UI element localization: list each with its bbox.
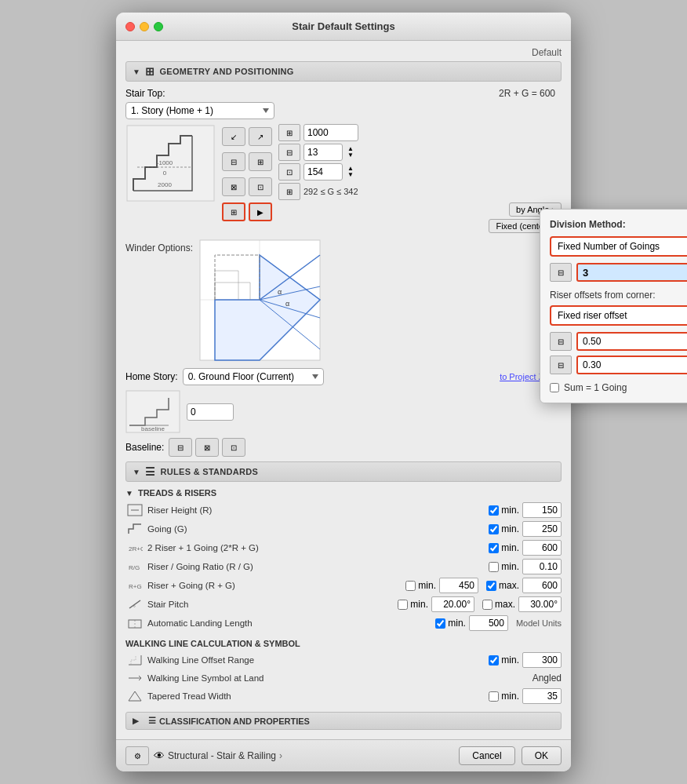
going-min-checkbox[interactable]: [489, 524, 499, 534]
going-2-input[interactable]: [576, 356, 687, 374]
treads-risers-title: TREADS & RISERS: [138, 488, 216, 498]
pitch-max-check[interactable]: max.: [482, 599, 515, 610]
rg-min-input[interactable]: [439, 578, 478, 593]
going-min-input[interactable]: [522, 521, 562, 537]
riser-offset-label: Riser offsets from corner:: [550, 290, 687, 301]
nav-btn-stairs-left[interactable]: ⊟: [222, 152, 245, 171]
rg-min-checkbox[interactable]: [405, 581, 416, 591]
walking-offset-checkbox[interactable]: [489, 655, 499, 665]
2rg-label: 2 Riser + 1 Going (2*R + G): [147, 543, 485, 552]
structural-arrow[interactable]: ›: [279, 750, 282, 761]
pitch-icon: °: [125, 597, 144, 611]
nav-btn-winder-left[interactable]: ⊞: [222, 202, 245, 221]
collapse-icon[interactable]: ▼: [133, 67, 140, 76]
stepper-down-154[interactable]: ▼: [347, 172, 354, 178]
winder-diagram-container: α α: [199, 239, 321, 363]
rg-max-check[interactable]: max.: [486, 580, 519, 591]
2rg-min-input[interactable]: [522, 540, 562, 556]
nav-pair-3: ⊠ ⊡: [222, 177, 272, 196]
baseline-btn-3[interactable]: ⊡: [222, 438, 245, 457]
2rg-min-checkbox[interactable]: [489, 543, 499, 553]
ratio-min-checkbox[interactable]: [489, 562, 499, 572]
minimize-button[interactable]: [140, 22, 149, 31]
riser-height-min-check[interactable]: min.: [489, 505, 519, 516]
eye-icon: 👁: [154, 749, 165, 762]
rule-row-riser-height: Riser Height (R) min.: [125, 501, 562, 520]
cancel-button[interactable]: Cancel: [459, 746, 514, 765]
riser-height-min-input[interactable]: [522, 502, 562, 518]
stair-top-label: Stair Top:: [125, 88, 165, 99]
riser-height-icon: [125, 503, 144, 517]
geometry-section-header: ▼ ⊞ GEOMETRY AND POSITIONING: [125, 61, 562, 82]
division-dropdown[interactable]: Fixed Number of Goings ›: [550, 236, 687, 257]
rg-min-check[interactable]: min.: [405, 580, 436, 591]
riser-height-min-checkbox[interactable]: [489, 505, 499, 516]
stepper-down-13[interactable]: ▼: [347, 152, 354, 159]
nav-btn-baseline-left[interactable]: ⊠: [222, 177, 245, 196]
landing-min-checkbox[interactable]: [435, 618, 445, 629]
nav-btn-baseline-right[interactable]: ⊡: [249, 177, 272, 196]
input-13[interactable]: [304, 144, 343, 161]
structural-row: 👁 Structural - Stair & Railing ›: [154, 749, 282, 762]
svg-text:°: °: [133, 605, 136, 611]
treads-collapse-icon[interactable]: ▼: [125, 489, 133, 498]
taper-input[interactable]: [522, 688, 562, 704]
baseline-input[interactable]: [187, 403, 234, 421]
taper-check[interactable]: min.: [489, 691, 519, 702]
rg-max-input[interactable]: [522, 578, 562, 593]
going-label: Going (G): [147, 524, 485, 534]
taper-checkbox[interactable]: [489, 691, 499, 702]
walking-offset-check[interactable]: min.: [489, 655, 519, 665]
nav-btn-stairs-right[interactable]: ⊞: [249, 152, 272, 171]
pitch-min-input[interactable]: [431, 596, 474, 612]
walking-symbol-value: Angled: [533, 673, 562, 684]
ok-button[interactable]: OK: [522, 746, 562, 765]
rule-row-pitch: ° Stair Pitch min. max.: [125, 595, 562, 614]
baseline-btn-1[interactable]: ⊟: [169, 438, 192, 457]
maximize-button[interactable]: [154, 22, 163, 31]
pitch-max-input[interactable]: [518, 596, 562, 612]
walking-offset-input[interactable]: [522, 652, 562, 668]
pitch-min-checkbox[interactable]: [398, 600, 408, 610]
landing-icon: [125, 616, 144, 630]
footer-bar: ⚙ 👁 Structural - Stair & Railing › Cance…: [116, 739, 571, 771]
nav-btn-winder-right[interactable]: ▶: [249, 202, 272, 221]
number-input-row: ⊟: [550, 263, 687, 282]
settings-icon-btn[interactable]: ⚙: [125, 746, 149, 765]
icon-risers: ⊟: [278, 144, 300, 161]
ratio-min-check[interactable]: min.: [489, 561, 519, 572]
pitch-min-check[interactable]: min.: [398, 599, 428, 610]
landing-min-check[interactable]: min.: [435, 618, 466, 629]
pitch-max-checkbox[interactable]: [482, 600, 493, 610]
2rg-min-check[interactable]: min.: [489, 542, 519, 553]
going-min-check[interactable]: min.: [489, 523, 519, 534]
landing-min-input[interactable]: [469, 615, 508, 631]
svg-text:-1000: -1000: [157, 159, 173, 166]
ratio-min-input[interactable]: [522, 559, 562, 574]
going-1-input[interactable]: [576, 332, 687, 351]
input-154[interactable]: [304, 163, 343, 181]
taper-label: Tapered Tread Width: [147, 691, 485, 701]
close-button[interactable]: [125, 22, 135, 31]
riser-offset-dropdown[interactable]: Fixed riser offset ›: [550, 305, 687, 326]
nav-btn-arrow-left[interactable]: ↙: [222, 127, 245, 146]
division-dropdown-label: Fixed Number of Goings: [558, 241, 660, 252]
number-field[interactable]: [576, 263, 687, 282]
baseline-btn-2[interactable]: ⊠: [195, 438, 219, 457]
icon-range: ⊞: [278, 183, 300, 200]
svg-text:α: α: [285, 300, 289, 308]
landing-label: Automatic Landing Length: [147, 618, 432, 628]
rules-collapse-icon[interactable]: ▼: [133, 468, 140, 476]
input-row-1000: ⊞: [278, 124, 562, 141]
home-story-select[interactable]: 0. Ground Floor (Current): [183, 368, 324, 385]
rule-row-landing: Automatic Landing Length min. Model Unit…: [125, 614, 562, 633]
nav-btn-arrow-right[interactable]: ↗: [249, 127, 272, 146]
class-collapse-icon[interactable]: ▶: [133, 717, 139, 725]
sum-going-row: Sum = 1 Going: [550, 382, 687, 393]
input-1000[interactable]: [304, 124, 358, 141]
rg-max-checkbox[interactable]: [486, 581, 496, 591]
sum-going-checkbox[interactable]: [550, 383, 559, 392]
svg-text:2R+G: 2R+G: [129, 545, 143, 552]
stair-top-select[interactable]: 1. Story (Home + 1): [125, 102, 274, 119]
walking-row-offset: Walking Line Offset Range min.: [125, 651, 562, 669]
